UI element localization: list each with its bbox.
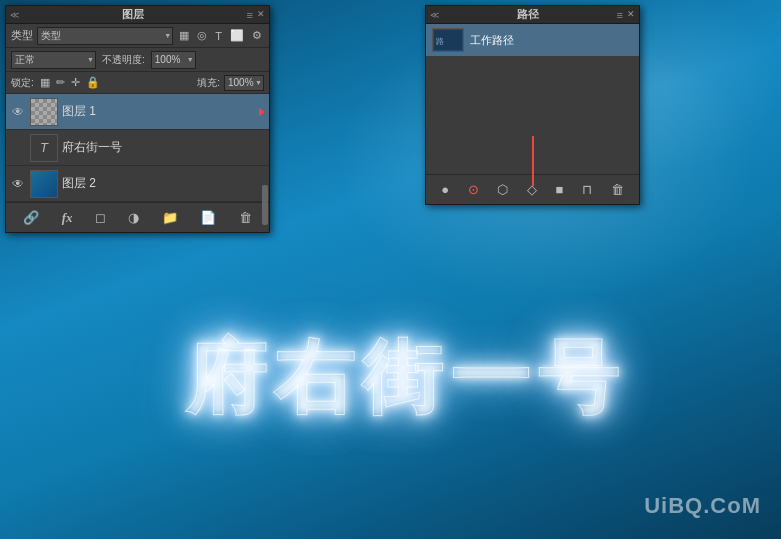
fill-label: 填充:: [197, 76, 220, 90]
layer-arrow-indicator: [259, 108, 265, 116]
layer-thumbnail-1: [30, 98, 58, 126]
path-empty-area: [426, 104, 639, 174]
filter-icon1[interactable]: ▦: [177, 28, 191, 43]
layers-filter-row: 类型 类型 ▦ ◎ T ⬜ ⚙: [6, 24, 269, 48]
panel-controls: ≡ ✕: [247, 9, 265, 21]
lock-label: 锁定:: [11, 76, 34, 90]
adjustment-layer-icon[interactable]: ◑: [126, 208, 141, 227]
blend-opacity-row: 正常 不透明度: 100%: [6, 48, 269, 72]
lock-position-icon[interactable]: ✛: [69, 75, 82, 90]
layer-thumbnail-text: T: [30, 134, 58, 162]
opacity-dropdown-wrap: 100%: [151, 51, 196, 69]
layers-panel-title: 图层: [122, 7, 144, 22]
fill-dropdown[interactable]: 100%: [224, 75, 264, 91]
filter-icon4[interactable]: ⬜: [228, 28, 246, 43]
stroke-path-icon[interactable]: ⊙: [466, 180, 481, 199]
path-thumbnail: 路: [432, 28, 464, 52]
lock-all-icon[interactable]: 🔒: [84, 75, 102, 90]
path-panel-controls: ≡ ✕: [617, 9, 635, 21]
watermark: UiBQ.CoM: [644, 493, 761, 519]
opacity-label: 不透明度:: [102, 53, 145, 67]
path-name-work: 工作路径: [470, 33, 514, 48]
filter-label: 类型: [11, 28, 33, 43]
layer-name-text: 府右街一号: [62, 139, 265, 156]
panel-collapse-icon[interactable]: ≪: [10, 10, 19, 20]
layer-thumbnail-2: [30, 170, 58, 198]
layer-item-1[interactable]: 👁 图层 1: [6, 94, 269, 130]
fill-path-icon[interactable]: ●: [439, 180, 451, 199]
path-panel-titlebar: ≪ 路径 ≡ ✕: [426, 6, 639, 24]
layer-visibility-1[interactable]: 👁: [10, 104, 26, 120]
path-thumb-svg: 路: [434, 30, 462, 50]
layers-list: 👁 图层 1 👁 T 府右街一号 👁 图层 2: [6, 94, 269, 202]
filter-icon2[interactable]: ◎: [195, 28, 209, 43]
new-path-icon[interactable]: ⊓: [580, 180, 594, 199]
path-red-line: [532, 136, 534, 186]
layer-visibility-text[interactable]: 👁: [10, 140, 26, 156]
layers-panel: ≪ 图层 ≡ ✕ 类型 类型 ▦ ◎ T ⬜ ⚙ 正常 不透明度: 100%: [5, 5, 270, 233]
layers-panel-titlebar: ≪ 图层 ≡ ✕: [6, 6, 269, 24]
group-layer-icon[interactable]: 📁: [160, 208, 180, 227]
filter-icon3[interactable]: T: [213, 29, 224, 43]
layers-bottom-toolbar: 🔗 fx ◻ ◑ 📁 📄 🗑: [6, 202, 269, 232]
delete-layer-icon[interactable]: 🗑: [237, 208, 254, 227]
blend-mode-dropdown-wrap: 正常: [11, 51, 96, 69]
delete-path-icon[interactable]: 🗑: [609, 180, 626, 199]
path-panel-close-icon[interactable]: ✕: [627, 10, 635, 19]
lock-icons-group: ▦ ✏ ✛ 🔒: [38, 75, 193, 90]
add-mask-icon[interactable]: ◻: [93, 208, 108, 227]
opacity-dropdown[interactable]: 100%: [151, 51, 196, 69]
add-mask-path-icon[interactable]: ■: [554, 180, 566, 199]
svg-text:路: 路: [436, 37, 444, 46]
panel-close-icon[interactable]: ✕: [257, 10, 265, 19]
layer-item-2[interactable]: 👁 图层 2: [6, 166, 269, 202]
path-panel-collapse-icon[interactable]: ≪: [430, 10, 439, 20]
blend-mode-dropdown[interactable]: 正常: [11, 51, 96, 69]
load-selection-icon[interactable]: ⬡: [495, 180, 510, 199]
underwater-text-area: 府右街一号: [50, 299, 761, 459]
path-list: 路 工作路径: [426, 24, 639, 104]
layer-item-text[interactable]: 👁 T 府右街一号: [6, 130, 269, 166]
filter-icon5[interactable]: ⚙: [250, 28, 264, 43]
link-layers-icon[interactable]: 🔗: [21, 208, 41, 227]
filter-type-dropdown[interactable]: 类型: [37, 27, 173, 45]
path-panel-menu-icon[interactable]: ≡: [617, 9, 623, 21]
filter-type-dropdown-wrap: 类型: [37, 27, 173, 45]
layer-name-2: 图层 2: [62, 175, 265, 192]
layer-name-1: 图层 1: [62, 103, 255, 120]
path-panel-title: 路径: [517, 7, 539, 22]
lock-pixels-icon[interactable]: ✏: [54, 75, 67, 90]
layers-scroll-thumb[interactable]: [262, 185, 268, 225]
glow-text: 府右街一号: [186, 325, 626, 433]
fx-icon[interactable]: fx: [60, 208, 75, 228]
fill-dropdown-wrap: 100%: [224, 75, 264, 91]
layer-visibility-2[interactable]: 👁: [10, 176, 26, 192]
path-panel: ≪ 路径 ≡ ✕ 路 工作路径 ● ⊙ ⬡ ◇ ■ ⊓ 🗑: [425, 5, 640, 205]
panel-menu-icon[interactable]: ≡: [247, 9, 253, 21]
new-layer-icon[interactable]: 📄: [198, 208, 218, 227]
lock-fill-row: 锁定: ▦ ✏ ✛ 🔒 填充: 100%: [6, 72, 269, 94]
path-item-work[interactable]: 路 工作路径: [426, 24, 639, 56]
lock-transparent-icon[interactable]: ▦: [38, 75, 52, 90]
